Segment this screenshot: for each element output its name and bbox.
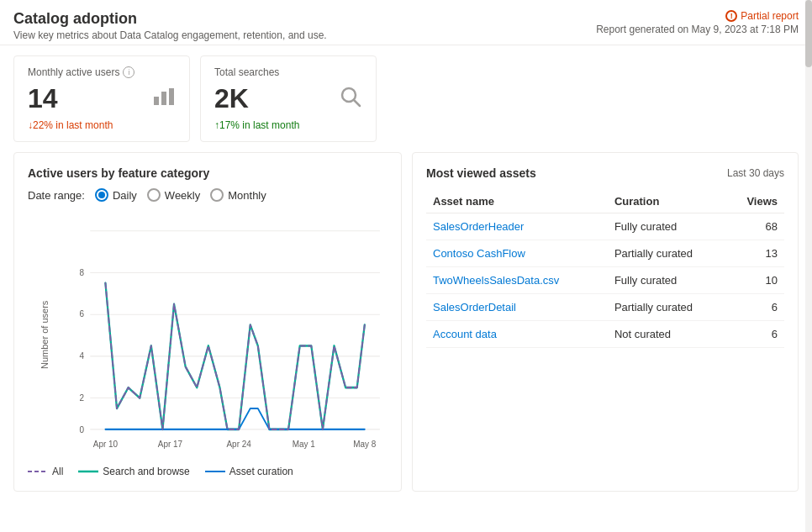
views-cell: 6 <box>727 321 784 348</box>
col-asset-name: Asset name <box>426 190 608 213</box>
curation-cell: Partially curated <box>608 294 727 321</box>
report-generated-text: Report generated on May 9, 2023 at 7:18 … <box>596 24 799 35</box>
curation-cell: Fully curated <box>608 213 727 240</box>
radio-monthly[interactable]: Monthly <box>210 188 266 202</box>
partial-icon: ! <box>725 10 737 22</box>
svg-text:6: 6 <box>79 308 84 319</box>
svg-line-4 <box>354 100 360 106</box>
asset-name-cell: Contoso CashFlow <box>426 240 608 267</box>
y-axis-label: Number of users <box>40 302 50 369</box>
chart-container: Number of users 0 2 4 <box>28 213 388 457</box>
asset-name-cell: SalesOrderDetail <box>426 294 608 321</box>
radio-daily-label: Daily <box>113 189 137 202</box>
asset-link[interactable]: Account data <box>433 328 497 340</box>
radio-weekly-circle[interactable] <box>147 188 161 202</box>
date-range-label: Date range: <box>28 189 85 202</box>
metric-change-users: ↓22% in last month <box>28 119 176 131</box>
radio-monthly-circle[interactable] <box>210 188 224 202</box>
radio-daily[interactable]: Daily <box>95 188 137 202</box>
svg-rect-0 <box>154 97 159 105</box>
metric-value-searches: 2K <box>214 83 249 114</box>
legend-search: Search and browse <box>78 466 189 477</box>
legend-all-label: All <box>52 466 63 477</box>
metrics-row: Monthly active users i 14 ↓22% in last m… <box>13 55 799 142</box>
assets-panel-header: Most viewed assets Last 30 days <box>426 166 784 180</box>
chart-panel: Active users by feature category Date ra… <box>13 152 402 492</box>
page-title: Catalog adoption <box>13 10 327 28</box>
scrollbar-track[interactable] <box>805 0 812 502</box>
chart-body: 0 2 4 6 8 Apr 10 Apr 17 Apr 24 May 1 May… <box>60 213 388 457</box>
svg-text:0: 0 <box>79 424 84 435</box>
info-icon-users[interactable]: i <box>123 66 134 78</box>
svg-rect-1 <box>161 92 166 105</box>
radio-monthly-label: Monthly <box>228 189 266 202</box>
metric-label-users: Monthly active users i <box>28 66 176 78</box>
asset-name-cell: SalesOrderHeader <box>426 213 608 240</box>
svg-text:May 1: May 1 <box>293 438 315 449</box>
metric-card-users: Monthly active users i 14 ↓22% in last m… <box>13 55 190 142</box>
table-row: TwoWheelsSalesData.csv Fully curated 10 <box>426 267 784 294</box>
svg-text:Apr 24: Apr 24 <box>226 438 250 449</box>
views-cell: 68 <box>727 213 784 240</box>
svg-text:Apr 10: Apr 10 <box>93 438 118 449</box>
legend-all: All <box>28 466 63 477</box>
svg-rect-2 <box>169 88 174 105</box>
assets-table-body: SalesOrderHeader Fully curated 68 Contos… <box>426 213 784 348</box>
partial-report-badge: ! Partial report <box>725 10 799 22</box>
asset-link[interactable]: Contoso CashFlow <box>433 247 525 260</box>
svg-text:4: 4 <box>79 350 84 361</box>
partial-report-label: Partial report <box>741 10 799 22</box>
legend-all-icon <box>28 468 48 475</box>
assets-panel-title: Most viewed assets <box>426 166 536 180</box>
chart-legend: All Search and browse Asset curation <box>28 466 388 477</box>
assets-table: Asset name Curation Views SalesOrderHead… <box>426 190 784 348</box>
bar-chart-icon <box>152 85 176 113</box>
table-row: SalesOrderDetail Partially curated 6 <box>426 294 784 321</box>
chart-panel-title: Active users by feature category <box>28 166 388 180</box>
main-content: Monthly active users i 14 ↓22% in last m… <box>0 45 812 502</box>
table-row: SalesOrderHeader Fully curated 68 <box>426 213 784 240</box>
curation-cell: Partially curated <box>608 240 727 267</box>
page-header: Catalog adoption View key metrics about … <box>0 0 812 45</box>
table-row: Account data Not curated 6 <box>426 321 784 348</box>
metric-card-searches: Total searches 2K ↑17% in last month <box>200 55 377 142</box>
assets-panel: Most viewed assets Last 30 days Asset na… <box>412 152 799 492</box>
views-cell: 13 <box>727 240 784 267</box>
asset-name-cell: Account data <box>426 321 608 348</box>
metric-value-row-users: 14 <box>28 83 176 114</box>
scrollbar-thumb[interactable] <box>805 0 812 67</box>
asset-link[interactable]: SalesOrderDetail <box>433 301 516 313</box>
col-views: Views <box>727 190 784 213</box>
legend-search-label: Search and browse <box>103 466 189 477</box>
svg-text:8: 8 <box>79 266 84 277</box>
y-axis-label-container: Number of users <box>28 213 60 457</box>
header-left: Catalog adoption View key metrics about … <box>13 10 327 41</box>
chart-svg: 0 2 4 6 8 Apr 10 Apr 17 Apr 24 May 1 May… <box>60 213 388 457</box>
date-range-row: Date range: Daily Weekly Monthly <box>28 188 388 202</box>
asset-link[interactable]: SalesOrderHeader <box>433 220 524 233</box>
radio-weekly-label: Weekly <box>165 189 200 202</box>
panels-row: Active users by feature category Date ra… <box>13 152 799 492</box>
metric-value-row-searches: 2K <box>214 83 362 114</box>
last-days-badge: Last 30 days <box>727 167 784 179</box>
radio-daily-circle[interactable] <box>95 188 108 202</box>
metric-label-searches: Total searches <box>214 66 362 78</box>
metric-change-searches: ↑17% in last month <box>214 119 362 131</box>
views-cell: 6 <box>727 294 784 321</box>
radio-weekly[interactable]: Weekly <box>147 188 200 202</box>
radio-group: Daily Weekly Monthly <box>95 188 266 202</box>
legend-curation: Asset curation <box>205 466 293 477</box>
curation-cell: Fully curated <box>608 267 727 294</box>
col-curation: Curation <box>608 190 727 213</box>
legend-search-icon <box>78 468 98 475</box>
report-status: ! Partial report Report generated on May… <box>596 10 799 35</box>
curation-cell: Not curated <box>608 321 727 348</box>
legend-curation-icon <box>205 468 225 475</box>
svg-text:May 8: May 8 <box>353 438 376 449</box>
assets-table-header-row: Asset name Curation Views <box>426 190 784 213</box>
asset-name-cell: TwoWheelsSalesData.csv <box>426 267 608 294</box>
asset-link[interactable]: TwoWheelsSalesData.csv <box>433 274 559 287</box>
svg-text:Apr 17: Apr 17 <box>158 438 182 449</box>
assets-table-head: Asset name Curation Views <box>426 190 784 213</box>
svg-text:2: 2 <box>79 392 84 403</box>
